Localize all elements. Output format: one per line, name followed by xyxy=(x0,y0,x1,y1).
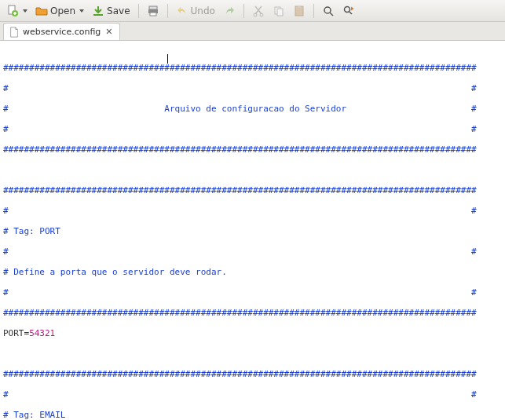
close-icon[interactable]: ✕ xyxy=(104,27,114,37)
toolbar: Open Save Undo xyxy=(0,0,505,22)
code-line: # Define a porta que o servidor deve rod… xyxy=(3,267,502,277)
code-line: ########################################… xyxy=(3,63,502,73)
redo-icon xyxy=(223,5,236,17)
new-file-button[interactable] xyxy=(3,2,31,20)
separator xyxy=(243,4,244,18)
find-button[interactable] xyxy=(319,2,338,20)
code-line: # Arquivo de configuracao do Servidor # xyxy=(3,104,502,114)
blank-line xyxy=(3,349,502,359)
tab-filename: webservice.config xyxy=(23,27,101,37)
undo-label: Undo xyxy=(191,5,215,16)
open-button[interactable]: Open xyxy=(32,2,87,20)
print-button[interactable] xyxy=(144,2,163,20)
code-line: # # xyxy=(3,206,502,216)
open-label: Open xyxy=(50,5,75,16)
svg-point-13 xyxy=(344,6,349,12)
chevron-down-icon xyxy=(79,9,84,13)
search-icon xyxy=(322,5,335,17)
code-line: # # xyxy=(3,287,502,298)
code-line: # # xyxy=(3,247,502,257)
svg-rect-11 xyxy=(298,5,301,8)
new-file-icon xyxy=(6,5,19,17)
code-line: # Tag: EMAIL xyxy=(3,410,502,420)
chevron-down-icon xyxy=(23,9,27,13)
file-icon xyxy=(9,27,20,38)
paste-icon xyxy=(293,5,306,17)
code-line: # # xyxy=(3,83,502,93)
separator xyxy=(138,4,139,18)
code-line: ########################################… xyxy=(3,185,502,195)
separator xyxy=(313,4,314,18)
cut-icon xyxy=(252,5,265,17)
save-icon xyxy=(92,5,104,17)
undo-button[interactable]: Undo xyxy=(173,2,218,20)
find-replace-icon xyxy=(342,5,355,17)
save-button[interactable]: Save xyxy=(89,2,133,20)
open-folder-icon xyxy=(35,5,48,17)
svg-rect-5 xyxy=(150,13,156,16)
tab-bar: webservice.config ✕ xyxy=(0,22,505,41)
code-line: PORT=54321 xyxy=(3,328,502,338)
editor-area[interactable]: ########################################… xyxy=(0,41,505,420)
code-line: ########################################… xyxy=(3,369,502,379)
undo-icon xyxy=(176,5,188,17)
text-cursor xyxy=(167,54,168,64)
paste-button[interactable] xyxy=(290,2,309,20)
svg-point-12 xyxy=(324,7,331,13)
code-line: # # xyxy=(3,124,502,134)
find-replace-button[interactable] xyxy=(339,2,358,20)
svg-rect-9 xyxy=(277,9,283,16)
tab-webservice-config[interactable]: webservice.config ✕ xyxy=(3,23,120,40)
code-line: # # xyxy=(3,389,502,400)
redo-button[interactable] xyxy=(220,2,239,20)
blank-line xyxy=(3,165,502,175)
copy-button[interactable] xyxy=(269,2,288,20)
code-line: ########################################… xyxy=(3,144,502,155)
svg-rect-3 xyxy=(149,6,157,9)
separator xyxy=(167,4,168,18)
save-label: Save xyxy=(107,5,130,16)
code-line: # Tag: PORT xyxy=(3,226,502,236)
code-line: ########################################… xyxy=(3,308,502,318)
cut-button[interactable] xyxy=(249,2,268,20)
copy-icon xyxy=(273,5,285,17)
print-icon xyxy=(147,5,159,17)
svg-rect-2 xyxy=(93,14,103,16)
